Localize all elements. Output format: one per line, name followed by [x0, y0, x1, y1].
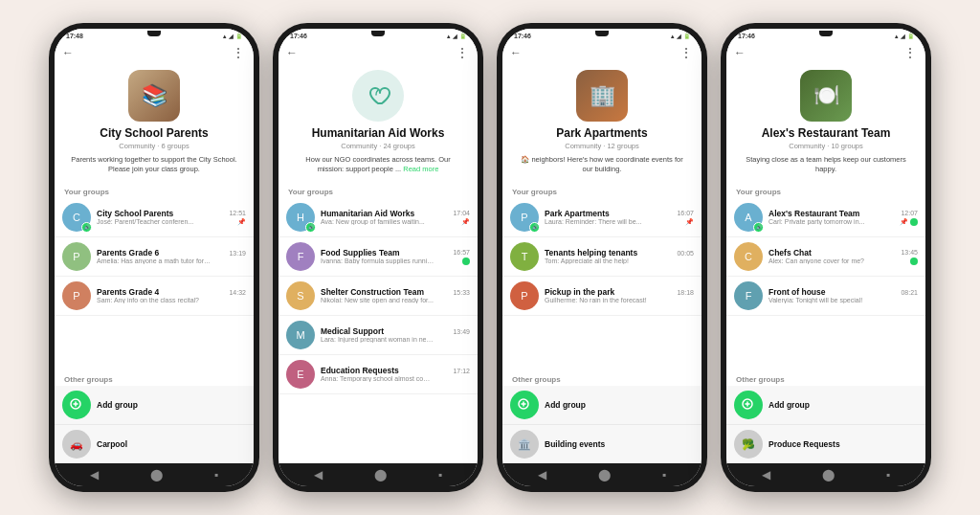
phone-1: 17:48 ▲ ◢ 🔋 ← ⋮ 📚 City School Parents Co… [49, 23, 259, 492]
group-item[interactable]: P 🔊 Park Apartments 16:07 Laura: Reminde… [502, 198, 702, 237]
group-icons: 📌 [685, 218, 694, 226]
your-groups-label: Your groups [502, 182, 702, 198]
group-time: 12:07 [901, 210, 918, 216]
group-time: 14:32 [229, 289, 246, 296]
group-item[interactable]: F Front of house 08:21 Valeryia: Tonight… [726, 277, 925, 316]
add-group-item[interactable]: Add group [55, 386, 254, 424]
group-preview: Valeryia: Tonight will be special! [768, 297, 862, 303]
group-item[interactable]: C Chefs Chat 13:45 Alex: Can anyone cove… [726, 237, 925, 277]
other-group-item[interactable]: 🚗 Carpool [55, 424, 254, 463]
group-preview: Nikolai: New site open and ready for... [321, 297, 434, 303]
group-avatar: F [734, 281, 763, 310]
nav-home-icon[interactable]: ⬤ [822, 468, 835, 481]
community-name: City School Parents [100, 126, 208, 140]
group-item[interactable]: F Food Supplies Team 16:57 Ivanna: Baby … [278, 237, 478, 277]
more-options-icon[interactable]: ⋮ [903, 45, 918, 60]
group-time: 08:21 [901, 289, 918, 296]
other-groups-label: Other groups [55, 369, 254, 386]
group-info: Parents Grade 6 13:19 Amelia: Has anyone… [97, 248, 246, 264]
other-groups-section: Other groups Add group 🚗 Carpool [55, 369, 254, 463]
nav-back-icon[interactable]: ◀ [90, 468, 99, 481]
back-arrow-icon[interactable]: ← [62, 46, 74, 59]
nav-back-icon[interactable]: ◀ [314, 468, 323, 481]
back-arrow-icon[interactable]: ← [510, 46, 522, 59]
nav-recents-icon[interactable]: ▪ [438, 468, 442, 481]
group-avatar: M [286, 321, 315, 349]
group-name: Parents Grade 4 [97, 287, 159, 297]
group-item[interactable]: H 🔊 Humanitarian Aid Works 17:04 Ava: Ne… [278, 198, 478, 237]
nav-recents-icon[interactable]: ▪ [662, 468, 666, 481]
group-item[interactable]: C 🔊 City School Parents 12:51 José: Pare… [55, 198, 254, 237]
nav-recents-icon[interactable]: ▪ [886, 468, 890, 481]
your-groups-label: Your groups [55, 182, 254, 198]
other-group-item[interactable]: 🏛️ Building events [502, 424, 702, 463]
unread-dot [910, 218, 918, 226]
back-arrow-icon[interactable]: ← [734, 46, 746, 59]
add-group-item[interactable]: Add group [502, 386, 702, 424]
other-groups-label: Other groups [502, 369, 702, 386]
status-time: 17:46 [290, 33, 307, 39]
other-groups-section: Other groups Add group 🥦 Produce Request… [726, 369, 925, 463]
group-preview: Carl: Private party tomorrow in... [768, 218, 864, 225]
phone-4: 17:46 ▲ ◢ 🔋 ← ⋮ 🍽️ Alex's Restaurant Tea… [721, 23, 931, 492]
group-item[interactable]: S Shelter Construction Team 15:33 Nikola… [278, 277, 478, 316]
group-preview: Ivanna: Baby formula supplies running... [321, 258, 435, 264]
group-item[interactable]: E Education Requests 17:12 Anna: Tempora… [278, 355, 478, 394]
read-more-link[interactable]: Read more [403, 165, 438, 173]
add-group-icon [62, 391, 91, 419]
group-item[interactable]: P Parents Grade 6 13:19 Amelia: Has anyo… [55, 237, 254, 277]
add-group-item[interactable]: Add group [726, 386, 925, 424]
group-icons [462, 258, 470, 265]
community-avatar: 🏢 [576, 70, 628, 122]
pin-icon: 📌 [685, 218, 694, 226]
speaker-badge: 🔊 [529, 222, 540, 233]
nav-home-icon[interactable]: ⬤ [374, 468, 387, 481]
other-group-item[interactable]: 🥦 Produce Requests [726, 424, 925, 463]
groups-list: H 🔊 Humanitarian Aid Works 17:04 Ava: Ne… [278, 198, 478, 464]
group-avatar: E [286, 360, 315, 389]
group-name: Chefs Chat [768, 248, 812, 258]
nav-back-icon[interactable]: ◀ [762, 468, 770, 481]
group-item[interactable]: M Medical Support 13:49 Lara: Injured pr… [278, 316, 478, 355]
nav-home-icon[interactable]: ⬤ [598, 468, 611, 481]
group-item[interactable]: A 🔊 Alex's Restaurant Team 12:07 Carl: P… [726, 198, 925, 237]
add-group-icon [510, 391, 539, 419]
group-preview: Alex: Can anyone cover for me? [768, 258, 864, 264]
speaker-badge: 🔊 [305, 222, 316, 233]
groups-list: C 🔊 City School Parents 12:51 José: Pare… [55, 198, 254, 370]
other-group-avatar: 🚗 [62, 430, 91, 459]
group-avatar: F [286, 242, 315, 271]
pin-icon: 📌 [461, 218, 470, 226]
community-avatar [352, 70, 404, 122]
profile-section: 🏢 Park Apartments Community · 12 groups … [502, 64, 702, 182]
group-name: Humanitarian Aid Works [321, 209, 414, 218]
other-groups-section: Other groups Add group 🏛️ Building event… [502, 369, 702, 463]
nav-recents-icon[interactable]: ▪ [214, 468, 218, 481]
nav-bar: ◀ ⬤ ▪ [55, 463, 254, 486]
group-info: Parents Grade 4 14:32 Sam: Any info on t… [97, 287, 246, 303]
group-item[interactable]: P Pickup in the park 18:18 Guilherme: No… [502, 277, 702, 316]
group-time: 12:51 [229, 210, 246, 216]
top-bar: ← ⋮ [55, 41, 254, 64]
community-avatar: 📚 [128, 70, 180, 122]
group-item[interactable]: T Tenants helping tenants 00:05 Tom: App… [502, 237, 702, 277]
nav-home-icon[interactable]: ⬤ [150, 468, 163, 481]
group-time: 16:57 [453, 249, 470, 256]
group-time: 13:19 [229, 250, 246, 257]
back-arrow-icon[interactable]: ← [286, 46, 298, 59]
group-item[interactable]: P Parents Grade 4 14:32 Sam: Any info on… [55, 277, 254, 316]
group-avatar: P [510, 281, 539, 310]
community-meta: Community · 24 groups [341, 142, 415, 150]
group-preview: José: Parent/Teacher conferen... [97, 218, 193, 225]
group-preview: Anna: Temporary school almost comp... [321, 375, 435, 382]
group-preview: Amelia: Has anyone a math tutor for the.… [97, 258, 212, 264]
more-options-icon[interactable]: ⋮ [679, 45, 694, 60]
notch [371, 31, 385, 36]
nav-back-icon[interactable]: ◀ [538, 468, 546, 481]
community-desc: How our NGO coordinates across teams. Ou… [288, 155, 468, 174]
more-options-icon[interactable]: ⋮ [232, 45, 246, 60]
group-name: Medical Support [321, 326, 384, 336]
group-info: Front of house 08:21 Valeryia: Tonight w… [768, 287, 918, 303]
group-avatar: P [62, 242, 91, 271]
more-options-icon[interactable]: ⋮ [456, 45, 470, 60]
